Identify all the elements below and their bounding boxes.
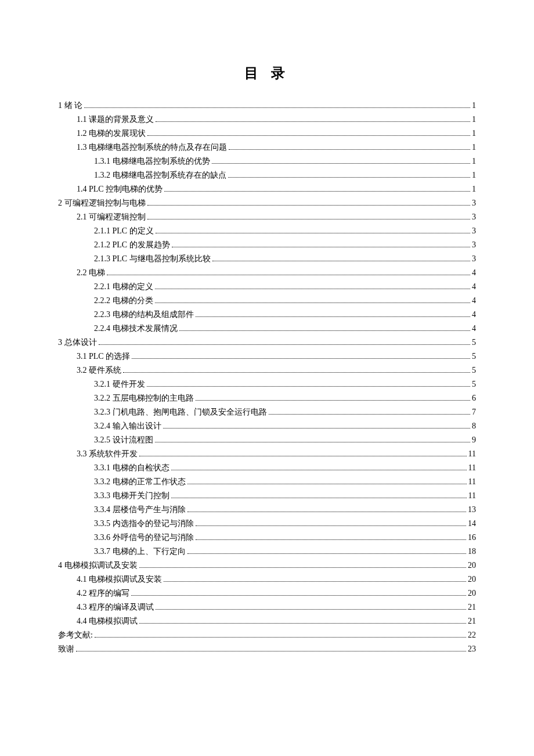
toc-entry-label: 2.1.2 PLC 的发展趋势 — [94, 238, 170, 252]
toc-entry-page: 4 — [472, 322, 476, 336]
toc-entry-label: 4.1 电梯模拟调试及安装 — [77, 573, 162, 586]
toc-entry-page: 1 — [472, 141, 476, 154]
toc-entry-page: 3 — [472, 196, 476, 210]
toc-dots — [196, 539, 467, 540]
toc-entry-label: 2.1 可编程逻辑控制 — [77, 210, 146, 224]
toc-entry: 1.2 电梯的发展现状1 — [58, 127, 476, 141]
toc-entry-page: 1 — [472, 127, 476, 141]
toc-entry-label: 1.1 课题的背景及意义 — [77, 113, 154, 127]
toc-entry: 3.2.2 五层电梯控制的主电路6 — [58, 391, 476, 405]
toc-dots — [84, 107, 470, 108]
toc-entry: 2.2.4 电梯技术发展情况4 — [58, 322, 476, 336]
toc-entry-label: 1.2 电梯的发展现状 — [77, 127, 146, 141]
toc-entry-page: 1 — [472, 113, 476, 127]
toc-entry: 1.1 课题的背景及意义1 — [58, 113, 476, 127]
toc-entry-page: 16 — [468, 531, 476, 545]
toc-entry-label: 3.3.5 内选指令的登记与消除 — [94, 517, 194, 531]
toc-entry: 参考文献:22 — [58, 628, 476, 642]
toc-dots — [156, 609, 466, 610]
toc-dots — [147, 135, 470, 136]
toc-entry-label: 2.2.4 电梯技术发展情况 — [94, 322, 178, 336]
toc-entry-page: 20 — [468, 586, 476, 600]
toc-entry-page: 23 — [468, 642, 476, 656]
toc-entry: 1.4 PLC 控制电梯的优势1 — [58, 182, 476, 196]
toc-entry-page: 20 — [468, 559, 476, 573]
toc-entry-page: 4 — [472, 308, 476, 322]
toc-dots — [171, 470, 467, 470]
toc-entry: 3.2.5 设计流程图9 — [58, 433, 476, 447]
toc-entry-label: 1 绪 论 — [58, 99, 82, 113]
toc-entry-label: 3.3.3 电梯开关门控制 — [94, 489, 169, 503]
toc-dots — [131, 595, 466, 596]
toc-entry: 3.3 系统软件开发11 — [58, 447, 476, 461]
toc-entry: 3.2 硬件系统5 — [58, 363, 476, 377]
toc-entry-page: 3 — [472, 238, 476, 252]
toc-entry: 3.3.7 电梯的上、下行定向18 — [58, 545, 476, 559]
toc-entry: 4.3 程序的编译及调试21 — [58, 600, 476, 614]
toc-entry-page: 22 — [468, 628, 476, 642]
toc-dots — [228, 177, 471, 178]
toc-entry-page: 1 — [472, 182, 476, 196]
toc-entry: 2.2.1 电梯的定义4 — [58, 280, 476, 294]
toc-entry-page: 1 — [472, 168, 476, 182]
toc-dots — [147, 219, 470, 219]
toc-entry-page: 6 — [472, 391, 476, 405]
toc-entry-label: 4.2 程序的编写 — [77, 586, 129, 600]
toc-entry-label: 3.3.4 层楼信号产生与消除 — [94, 503, 186, 517]
toc-entry-page: 3 — [472, 224, 476, 238]
toc-entry-page: 20 — [468, 573, 476, 586]
toc-entry: 4.1 电梯模拟调试及安装20 — [58, 573, 476, 586]
toc-entry: 3.2.3 门机电路、抱闸电路、门锁及安全运行电路7 — [58, 405, 476, 419]
toc-entry-page: 1 — [472, 154, 476, 168]
toc-dots — [187, 484, 467, 484]
toc-entry-page: 1 — [472, 99, 476, 113]
toc-entry: 4 电梯模拟调试及安装20 — [58, 559, 476, 573]
toc-dots — [95, 637, 466, 638]
toc-entry: 2.2 电梯4 — [58, 266, 476, 280]
toc-entry-label: 1.3 电梯继电器控制系统的特点及存在问题 — [77, 141, 227, 154]
toc-entry-page: 9 — [472, 433, 476, 447]
toc-entry-page: 4 — [472, 266, 476, 280]
toc-entry: 3.3.6 外呼信号的登记与消除16 — [58, 531, 476, 545]
toc-entry: 1.3.2 电梯继电器控制系统存在的缺点1 — [58, 168, 476, 182]
toc-dots — [155, 442, 471, 442]
toc-entry-label: 2.1.3 PLC 与继电器控制系统比较 — [94, 252, 211, 266]
toc-dots — [229, 149, 470, 150]
toc-entry-page: 18 — [468, 545, 476, 559]
toc-dots — [132, 358, 470, 359]
toc-entry-label: 4.4 电梯模拟调试 — [77, 614, 138, 628]
toc-entry-label: 3.1 PLC 的选择 — [77, 350, 130, 363]
toc-entry-label: 致谢 — [58, 642, 74, 656]
toc-entry-label: 3 总体设计 — [58, 336, 97, 350]
toc-entry: 1.3 电梯继电器控制系统的特点及存在问题1 — [58, 141, 476, 154]
toc-entry: 2.1.2 PLC 的发展趋势3 — [58, 238, 476, 252]
toc-entry-page: 4 — [472, 294, 476, 308]
toc-entry: 3.3.4 层楼信号产生与消除13 — [58, 503, 476, 517]
toc-entry-label: 3.2.2 五层电梯控制的主电路 — [94, 391, 194, 405]
toc-entry-label: 参考文献: — [58, 628, 93, 642]
toc-entry-label: 3.3 系统软件开发 — [77, 447, 138, 461]
toc-dots — [269, 414, 471, 415]
toc-entry-label: 3.2.3 门机电路、抱闸电路、门锁及安全运行电路 — [94, 405, 267, 419]
toc-entry: 3.3.2 电梯的正常工作状态11 — [58, 475, 476, 489]
toc-entry-label: 3.2.4 输入输出设计 — [94, 419, 161, 433]
toc-entry: 3.3.5 内选指令的登记与消除14 — [58, 517, 476, 531]
toc-entry-page: 11 — [468, 461, 476, 475]
toc-entry: 3.3.3 电梯开关门控制11 — [58, 489, 476, 503]
toc-entry-label: 3.3.2 电梯的正常工作状态 — [94, 475, 186, 489]
toc-dots — [99, 344, 471, 345]
toc-entry-label: 3.3.6 外呼信号的登记与消除 — [94, 531, 194, 545]
toc-entry-label: 2.2.1 电梯的定义 — [94, 280, 153, 294]
toc-dots — [76, 651, 466, 651]
toc-entry-label: 4.3 程序的编译及调试 — [77, 600, 154, 614]
toc-entry: 3.3.1 电梯的自检状态11 — [58, 461, 476, 475]
toc-entry-page: 5 — [472, 350, 476, 363]
toc-dots — [107, 275, 470, 275]
toc-entry-label: 3.3.1 电梯的自检状态 — [94, 461, 169, 475]
toc-dots — [155, 303, 471, 303]
toc-entry-page: 3 — [472, 210, 476, 224]
toc-entry-page: 5 — [472, 377, 476, 391]
toc-dots — [196, 316, 471, 317]
toc-container: 1 绪 论11.1 课题的背景及意义11.2 电梯的发展现状11.3 电梯继电器… — [58, 99, 476, 656]
toc-entry-page: 5 — [472, 336, 476, 350]
